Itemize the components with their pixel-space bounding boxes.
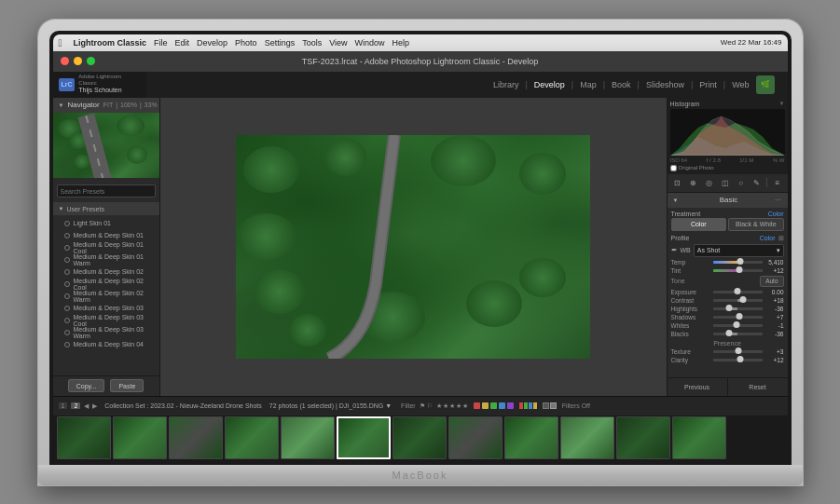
tint-track[interactable] <box>713 269 763 272</box>
zoom-100[interactable]: 100% <box>120 102 137 108</box>
menu-tools[interactable]: Tools <box>302 38 322 48</box>
module-develop[interactable]: Develop <box>529 80 571 89</box>
grid-icon[interactable] <box>543 402 549 409</box>
preset-item[interactable]: Medium & Deep Skin 02 Cool <box>53 278 159 290</box>
highlights-track[interactable] <box>713 307 763 310</box>
preset-item[interactable]: Medium & Deep Skin 02 <box>53 266 159 278</box>
filmstrip-mode-2[interactable]: 2 <box>71 402 80 409</box>
exposure-track[interactable] <box>713 291 763 293</box>
star-4[interactable]: ★ <box>456 402 461 410</box>
heal-tool-icon[interactable]: ⊕ <box>687 176 699 189</box>
flag-icon[interactable]: ⚑ <box>420 402 425 410</box>
thumbnail-item[interactable] <box>504 416 558 459</box>
preset-item[interactable]: Medium & Deep Skin 03 <box>53 302 159 314</box>
star-3[interactable]: ★ <box>449 402 455 410</box>
menu-window[interactable]: Window <box>355 38 385 48</box>
graduated-tool-icon[interactable]: ◫ <box>719 176 731 189</box>
original-photo-checkbox[interactable] <box>670 165 677 171</box>
highlights-thumb[interactable] <box>725 305 732 311</box>
thumbnail-item[interactable] <box>392 416 447 459</box>
thumbnail-item[interactable] <box>281 416 335 459</box>
close-button[interactable] <box>61 57 69 65</box>
profile-browse-icon[interactable]: ⊞ <box>778 235 784 242</box>
contrast-track[interactable] <box>713 299 763 302</box>
paste-button[interactable]: Paste <box>110 379 144 392</box>
menu-help[interactable]: Help <box>392 38 410 48</box>
menu-develop[interactable]: Develop <box>197 38 227 48</box>
filmstrip-mode-1[interactable]: 1 <box>59 402 68 409</box>
zoom-fit[interactable]: FIT <box>103 102 114 108</box>
auto-button[interactable]: Auto <box>760 276 783 287</box>
purple-label[interactable] <box>507 402 514 409</box>
module-print[interactable]: Print <box>694 80 723 89</box>
wb-select[interactable]: As Shot ▾ <box>694 244 784 257</box>
preset-item[interactable]: Medium & Deep Skin 03 Warm <box>53 326 159 338</box>
maximize-button[interactable] <box>87 57 95 65</box>
basic-toggle-icon[interactable]: ▼ <box>673 198 679 203</box>
temp-thumb[interactable] <box>737 258 743 265</box>
reset-button[interactable]: Reset <box>728 378 788 396</box>
eyedropper-icon[interactable]: ✒ <box>671 246 678 254</box>
clarity-thumb[interactable] <box>737 356 744 362</box>
redeye-tool-icon[interactable]: ◎ <box>703 176 715 189</box>
shadows-thumb[interactable] <box>736 313 742 320</box>
contrast-thumb[interactable] <box>740 296 747 303</box>
thumbnail-item[interactable] <box>57 416 111 459</box>
filmstrip-forward-icon[interactable]: ▶ <box>92 402 97 410</box>
preset-item[interactable]: Medium & Deep Skin 02 Warm <box>53 290 159 302</box>
whites-thumb[interactable] <box>734 321 740 328</box>
temp-track[interactable] <box>713 261 763 264</box>
preset-search-input[interactable] <box>57 184 156 198</box>
radial-tool-icon[interactable]: ○ <box>735 176 747 189</box>
shadows-track[interactable] <box>713 316 763 319</box>
thumbnail-item[interactable] <box>225 416 279 459</box>
blue-label[interactable] <box>499 402 505 409</box>
blacks-thumb[interactable] <box>725 330 732 336</box>
red-label[interactable] <box>474 402 480 409</box>
clarity-track[interactable] <box>713 359 763 361</box>
module-library[interactable]: Library <box>488 80 525 89</box>
module-slideshow[interactable]: Slideshow <box>640 80 690 89</box>
menu-edit[interactable]: Edit <box>175 38 190 48</box>
exposure-thumb[interactable] <box>735 288 741 294</box>
star-2[interactable]: ★ <box>443 402 448 410</box>
menu-view[interactable]: View <box>329 38 347 48</box>
blacks-track[interactable] <box>713 333 763 335</box>
menu-settings[interactable]: Settings <box>265 38 296 48</box>
flag-reject-icon[interactable]: ⚐ <box>427 402 433 410</box>
preset-item[interactable]: Medium & Deep Skin 03 Cool <box>53 314 159 326</box>
presets-toggle-icon[interactable]: ▼ <box>59 206 64 211</box>
basic-panel-options[interactable]: ⋯ <box>775 197 781 204</box>
crop-tool-icon[interactable]: ⊡ <box>670 176 682 189</box>
preset-item[interactable]: Medium & Deep Skin 01 Warm <box>53 253 159 266</box>
treatment-color-btn[interactable]: Color <box>671 218 727 231</box>
preset-item[interactable]: Light Skin 01 <box>53 217 159 229</box>
loupe-icon[interactable] <box>550 402 557 409</box>
texture-track[interactable] <box>713 350 763 353</box>
zoom-33[interactable]: 33% <box>145 102 158 108</box>
previous-button[interactable]: Previous <box>668 378 728 396</box>
navigator-toggle-icon[interactable]: ▼ <box>59 102 64 108</box>
module-web[interactable]: Web <box>726 80 754 89</box>
texture-thumb[interactable] <box>736 347 742 354</box>
module-book[interactable]: Book <box>606 80 637 89</box>
minimize-button[interactable] <box>74 57 82 65</box>
filmstrip-back-icon[interactable]: ◀ <box>84 402 89 410</box>
tint-thumb[interactable] <box>736 266 742 273</box>
brush-tool-icon[interactable]: ✎ <box>750 176 763 189</box>
menu-file[interactable]: File <box>154 38 168 48</box>
thumbnail-item[interactable] <box>448 416 503 459</box>
thumbnail-item-selected[interactable] <box>337 416 391 459</box>
star-5[interactable]: ★ <box>462 402 468 410</box>
whites-track[interactable] <box>713 324 763 327</box>
treatment-bw-btn[interactable]: Black & White <box>728 218 784 231</box>
thumbnail-item[interactable] <box>169 416 223 459</box>
thumbnail-item[interactable] <box>560 416 614 459</box>
menu-photo[interactable]: Photo <box>235 38 257 48</box>
preset-item[interactable]: Medium & Deep Skin 01 Cool <box>53 241 159 253</box>
yellow-label[interactable] <box>482 402 489 409</box>
thumbnail-item[interactable] <box>672 416 726 459</box>
range-mask-icon[interactable]: ≡ <box>771 176 783 189</box>
preset-item[interactable]: Medium & Deep Skin 01 <box>53 229 159 241</box>
star-1[interactable]: ★ <box>436 402 442 410</box>
